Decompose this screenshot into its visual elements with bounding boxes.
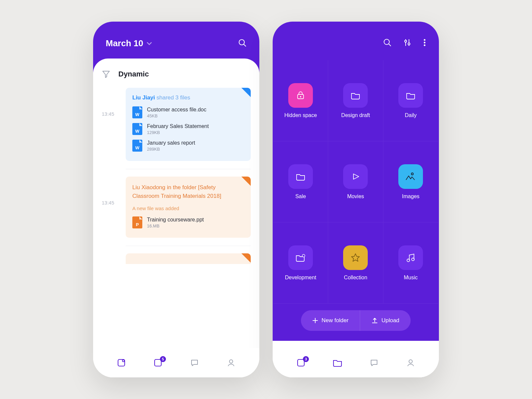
svg-point-3 [122, 360, 124, 362]
event-subtext: A new file was added [132, 205, 244, 211]
folder-icon [405, 90, 416, 101]
list-item[interactable]: W Customer access file.doc 45KB [132, 106, 244, 118]
corner-fold-icon [241, 88, 251, 97]
folder-design-draft[interactable]: Design draft [328, 60, 383, 141]
image-icon [405, 172, 416, 182]
tab-home[interactable] [113, 358, 130, 367]
tab-home[interactable]: 3 [292, 358, 310, 367]
action-bar: New folder Upload [301, 310, 411, 331]
event-user: Liu Jiayi [132, 94, 155, 101]
folder-label: Movies [347, 194, 364, 200]
badge: 3 [303, 356, 309, 362]
folder-label: Hidden space [284, 112, 317, 118]
file-name: Customer access file.doc [147, 107, 206, 113]
folder-label: Development [285, 275, 316, 281]
date-label: March 10 [106, 38, 143, 49]
ppt-file-icon: P [132, 216, 142, 228]
word-file-icon: W [132, 140, 142, 152]
date-picker[interactable]: March 10 [106, 38, 152, 49]
star-icon [350, 252, 361, 263]
tab-chat[interactable] [186, 358, 203, 367]
user-icon [226, 358, 236, 367]
folder-label: Images [402, 194, 419, 200]
event-heading: Liu Xiaodong in the folder [Safety Class… [132, 183, 244, 200]
folder-collection[interactable]: Collection [328, 222, 383, 304]
section-title: Dynamic [118, 70, 149, 78]
upload-icon [371, 317, 378, 324]
corner-fold-icon [241, 177, 251, 186]
badge: 5 [160, 356, 166, 362]
list-item[interactable]: W January sales report 289KB [132, 140, 244, 152]
event-card-added[interactable]: Liu Xiaodong in the folder [Safety Class… [126, 177, 251, 238]
folder-grid: Hidden space Design draft Daily Sale Mov… [273, 54, 439, 307]
activity-screen: March 10 Dynamic 13:45 Liu Jiayi shared … [93, 22, 259, 377]
header [273, 22, 439, 54]
folder-icon [332, 358, 342, 367]
folder-gear-icon [295, 252, 306, 263]
svg-point-16 [300, 96, 301, 97]
funnel-icon[interactable] [102, 70, 110, 78]
tab-files[interactable] [329, 358, 346, 367]
svg-point-5 [229, 360, 233, 363]
note-icon [117, 358, 126, 367]
tab-chat[interactable] [365, 358, 383, 367]
tab-profile[interactable] [402, 358, 419, 367]
file-size: 129KB [147, 130, 209, 135]
file-size: 16.MB [147, 223, 204, 228]
svg-point-12 [424, 39, 426, 41]
event-action: shared 3 files [157, 94, 190, 101]
folder-hidden-space[interactable]: Hidden space [273, 60, 328, 141]
sliders-icon [403, 38, 412, 47]
tab-files[interactable]: 5 [149, 358, 167, 367]
user-icon [406, 358, 415, 367]
plus-icon [312, 318, 318, 324]
event-card-peek[interactable] [126, 253, 251, 264]
folder-movies[interactable]: Movies [328, 141, 383, 222]
list-item[interactable]: P Training courseware.ppt 16.MB [132, 216, 244, 228]
svg-point-17 [411, 173, 413, 175]
folder-music[interactable]: Music [383, 222, 438, 304]
chat-icon [369, 358, 379, 367]
folder-label: Collection [344, 275, 367, 281]
new-folder-button[interactable]: New folder [301, 310, 360, 331]
divider [126, 246, 251, 246]
svg-point-14 [424, 45, 426, 46]
event-row: 13:45 Liu Xiaodong in the folder [Safety… [102, 177, 251, 238]
button-label: New folder [322, 317, 348, 324]
folder-daily[interactable]: Daily [383, 60, 438, 141]
file-size: 45KB [147, 113, 206, 118]
folder-development[interactable]: Development [273, 222, 328, 304]
upload-button[interactable]: Upload [360, 310, 411, 331]
svg-point-11 [408, 43, 410, 45]
play-icon [350, 171, 361, 182]
folder-label: Design draft [341, 112, 370, 118]
folder-images[interactable]: Images [383, 141, 438, 222]
chevron-down-icon [147, 42, 152, 45]
event-heading: Liu Jiayi shared 3 files [132, 94, 244, 101]
folder-icon [350, 90, 361, 101]
tab-bar: 3 [273, 348, 439, 377]
event-card-shared[interactable]: Liu Jiayi shared 3 files W Customer acce… [126, 88, 251, 161]
event-time: 13:45 [102, 177, 120, 238]
search-button[interactable] [383, 38, 392, 47]
word-file-icon: W [132, 123, 142, 135]
list-item[interactable]: W February Sales Statement 129KB [132, 123, 244, 135]
search-button[interactable] [238, 39, 247, 49]
search-icon [383, 38, 392, 47]
music-icon [405, 252, 416, 263]
folder-label: Sale [295, 194, 306, 200]
feed-card: Dynamic 13:45 Liu Jiayi shared 3 files W… [93, 59, 259, 377]
event-row: 13:45 Liu Jiayi shared 3 files W Custome… [102, 88, 251, 161]
file-name: January sales report [147, 140, 195, 146]
folder-label: Music [404, 275, 418, 281]
file-size: 289KB [147, 147, 195, 152]
folder-sale[interactable]: Sale [273, 141, 328, 222]
search-icon [238, 39, 247, 47]
chat-icon [190, 358, 199, 367]
word-file-icon: W [132, 106, 142, 118]
tab-profile[interactable] [222, 358, 240, 367]
more-button[interactable] [423, 38, 426, 47]
sort-button[interactable] [403, 38, 412, 47]
tab-bar: 5 [93, 348, 259, 377]
more-vertical-icon [423, 38, 426, 47]
